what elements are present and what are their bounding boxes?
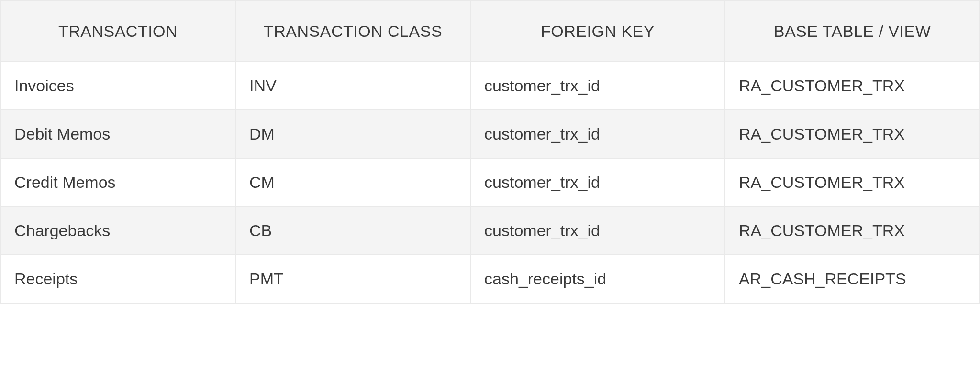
table-row: Debit Memos DM customer_trx_id RA_CUSTOM… xyxy=(0,110,980,158)
table-row: Receipts PMT cash_receipts_id AR_CASH_RE… xyxy=(0,255,980,303)
cell-transaction-class: CB xyxy=(235,207,470,255)
cell-foreign-key: customer_trx_id xyxy=(470,62,725,110)
transaction-table: TRANSACTION TRANSACTION CLASS FOREIGN KE… xyxy=(0,0,980,304)
cell-transaction-class: CM xyxy=(235,158,470,207)
header-transaction: TRANSACTION xyxy=(0,0,235,62)
cell-transaction-class: PMT xyxy=(235,255,470,303)
cell-transaction-class: DM xyxy=(235,110,470,158)
table-row: Chargebacks CB customer_trx_id RA_CUSTOM… xyxy=(0,207,980,255)
table-header: TRANSACTION TRANSACTION CLASS FOREIGN KE… xyxy=(0,0,980,62)
cell-base-table-view: RA_CUSTOMER_TRX xyxy=(725,158,980,207)
header-foreign-key: FOREIGN KEY xyxy=(470,0,725,62)
table-row: Credit Memos CM customer_trx_id RA_CUSTO… xyxy=(0,158,980,207)
cell-transaction-class: INV xyxy=(235,62,470,110)
table-row: Invoices INV customer_trx_id RA_CUSTOMER… xyxy=(0,62,980,110)
table-body: Invoices INV customer_trx_id RA_CUSTOMER… xyxy=(0,62,980,303)
cell-transaction: Debit Memos xyxy=(0,110,235,158)
cell-foreign-key: cash_receipts_id xyxy=(470,255,725,303)
cell-foreign-key: customer_trx_id xyxy=(470,110,725,158)
cell-base-table-view: RA_CUSTOMER_TRX xyxy=(725,62,980,110)
cell-base-table-view: RA_CUSTOMER_TRX xyxy=(725,207,980,255)
cell-transaction: Receipts xyxy=(0,255,235,303)
header-transaction-class: TRANSACTION CLASS xyxy=(235,0,470,62)
cell-transaction: Invoices xyxy=(0,62,235,110)
cell-base-table-view: AR_CASH_RECEIPTS xyxy=(725,255,980,303)
cell-foreign-key: customer_trx_id xyxy=(470,158,725,207)
cell-transaction: Chargebacks xyxy=(0,207,235,255)
header-base-table-view: BASE TABLE / VIEW xyxy=(725,0,980,62)
cell-base-table-view: RA_CUSTOMER_TRX xyxy=(725,110,980,158)
cell-transaction: Credit Memos xyxy=(0,158,235,207)
cell-foreign-key: customer_trx_id xyxy=(470,207,725,255)
